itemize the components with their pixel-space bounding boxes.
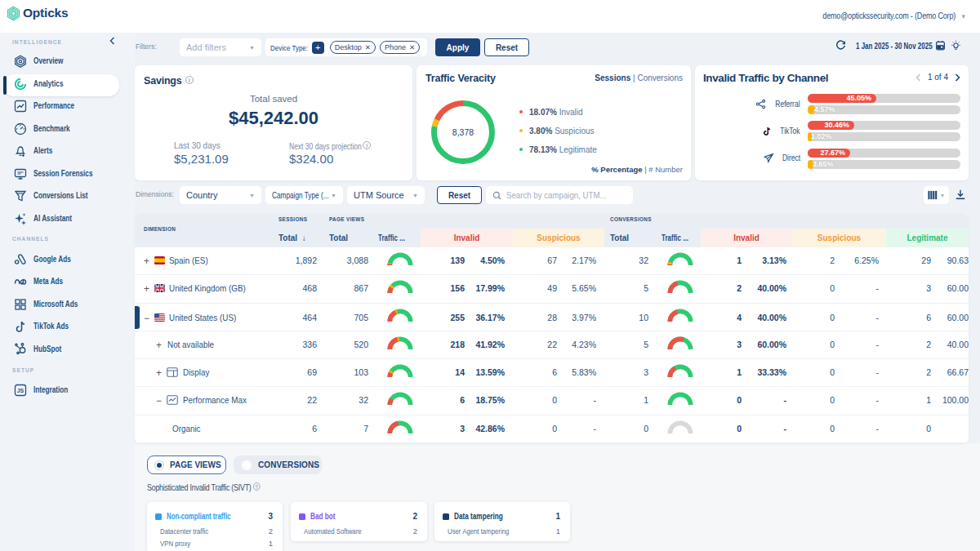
svg-text:JS: JS [17,388,24,393]
svg-text:8,378: 8,378 [452,127,474,137]
